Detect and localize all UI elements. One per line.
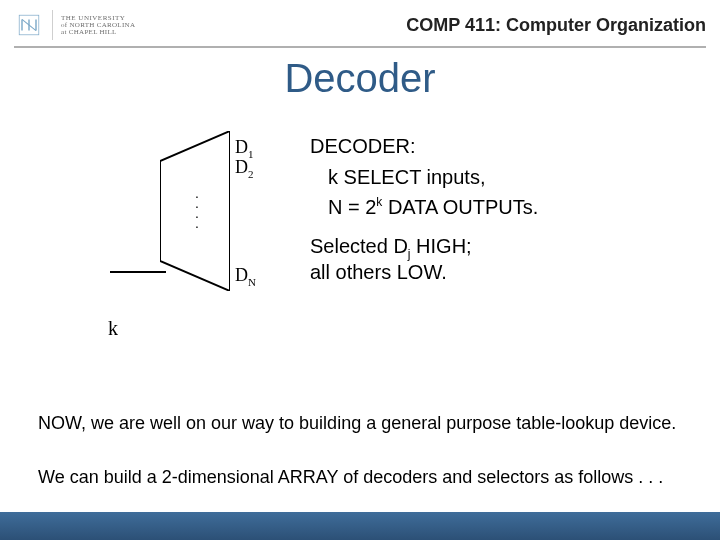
slide-title: Decoder: [0, 56, 720, 101]
footer-bar: [0, 512, 720, 540]
course-label: COMP 411: Computer Organization: [406, 15, 706, 36]
desc-inputs: k SELECT inputs,: [328, 166, 538, 189]
slide-header: THE UNIVERSITY of NORTH CAROLINA at CHAP…: [0, 0, 720, 46]
output-ellipsis: ····: [195, 191, 199, 231]
output-d2: D2: [235, 157, 254, 180]
desc-others: all others LOW.: [310, 261, 538, 284]
k-label: k: [108, 317, 118, 340]
university-name: THE UNIVERSITY of NORTH CAROLINA at CHAP…: [61, 15, 135, 36]
select-input-line: [110, 271, 166, 273]
output-dn: DN: [235, 265, 256, 288]
desc-selected: Selected Dj HIGH;: [310, 235, 538, 261]
slide: THE UNIVERSITY of NORTH CAROLINA at CHAP…: [0, 0, 720, 540]
logo-area: THE UNIVERSITY of NORTH CAROLINA at CHAP…: [14, 10, 135, 40]
body-paragraph-1: NOW, we are well on our way to building …: [38, 412, 682, 435]
header-rule: [14, 46, 706, 48]
logo-divider: [52, 10, 53, 40]
univ-line3: at CHAPEL HILL: [61, 29, 135, 36]
unc-logo-icon: [14, 10, 44, 40]
body-paragraph-2: We can build a 2-dimensional ARRAY of de…: [38, 466, 682, 489]
decoder-diagram: ···· D1 D2 DN k: [110, 131, 290, 361]
desc-outputs: N = 2k DATA OUTPUTs.: [328, 195, 538, 219]
slide-content: ···· D1 D2 DN k DECODER: k SELECT inputs…: [0, 101, 720, 401]
desc-heading: DECODER:: [310, 135, 538, 158]
decoder-description: DECODER: k SELECT inputs, N = 2k DATA OU…: [310, 135, 538, 284]
